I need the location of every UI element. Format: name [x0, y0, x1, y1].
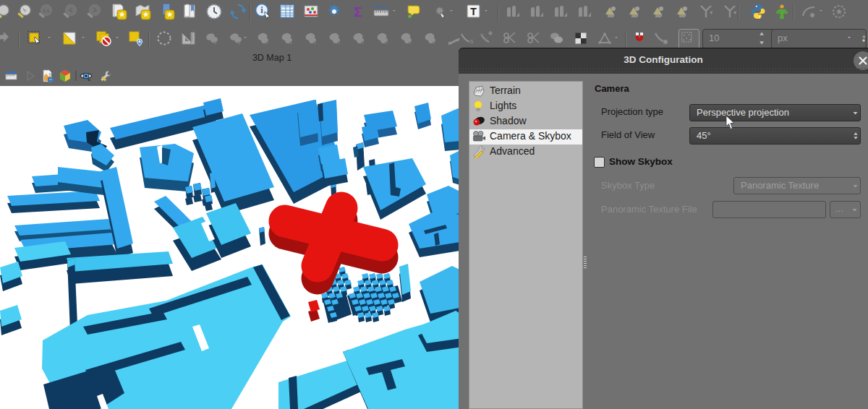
svg-text:Σ: Σ — [354, 4, 362, 20]
svg-text:T: T — [470, 6, 477, 17]
svg-text:s: s — [470, 38, 474, 45]
svg-text:1:1: 1:1 — [43, 9, 50, 13]
